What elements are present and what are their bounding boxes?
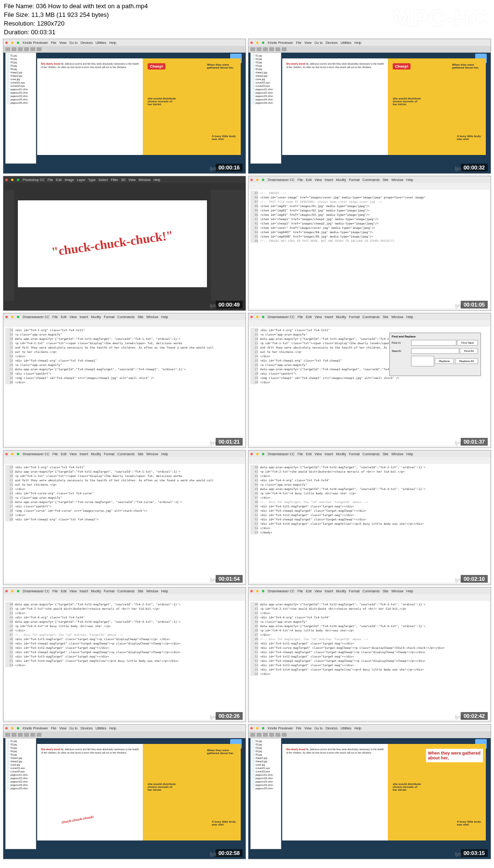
menubar: Kindle PreviewerFileViewGo toDevicesUtil…	[3, 725, 246, 731]
menubar: Dreamweaver CCFileEditViewInsertModifyFo…	[3, 588, 246, 594]
thumb-6-dreamweaver: Dreamweaver CCFileEditViewInsertModifyFo…	[248, 313, 491, 448]
menubar: Kindle PreviewerFileViewGo toDevicesUtil…	[248, 39, 491, 46]
thumb-10-dreamweaver: Dreamweaver CCFileEditViewInsertModifyFo…	[248, 587, 491, 722]
menubar: Dreamweaver CCFileEditViewInsertModifyFo…	[248, 588, 491, 594]
toolbar	[248, 731, 491, 738]
code-editor: 40data-app-aran-magnify='{"targetId":"fs…	[249, 601, 490, 720]
code-editor: 85<!-- IMAGES -->86<item id="cover-image…	[249, 190, 490, 308]
thumb-12: Kindle PreviewerFileViewGo toDevicesUtil…	[248, 724, 491, 859]
thumb-2: Kindle PreviewerFileViewGo toDevicesUtil…	[248, 39, 491, 174]
file-sidebar: 📄 01.jpg📄 02.jpg📄 03.jpg📄 04.jpg📄 05.jpg…	[5, 53, 36, 164]
menubar: Dreamweaver CCFileEditViewInsertModifyFo…	[3, 313, 246, 320]
book-preview: She dearly loved fat, delicious worms an…	[37, 58, 241, 155]
timestamp: 00:02:26	[216, 712, 243, 720]
menubar: Kindle PreviewerFileViewGo toDevicesUtil…	[3, 39, 246, 46]
timestamp: 00:02:10	[461, 575, 488, 583]
code-editor: 40data-app-aran-magnify='{"targetId":"fs…	[4, 601, 245, 720]
timestamp: 00:03:15	[461, 849, 488, 857]
thumb-1: Kindle PreviewerFileViewGo toDevicesUtil…	[3, 39, 246, 174]
menubar: Dreamweaver CCFileEditViewInsertModifyFo…	[248, 176, 491, 183]
ps-canvas: "chuck-chuck-chuck!"	[18, 200, 207, 287]
code-editor: 40data-app-aran-magnify='{"targetId":"fs…	[249, 464, 490, 583]
thumb-3-photoshop: Photoshop CCFileEditImageLayerTypeSelect…	[3, 176, 246, 311]
timestamp: 00:00:16	[216, 164, 243, 171]
code-editor: 18<div id="fs4-1-org" class="txt fs4-txt…	[4, 327, 245, 446]
menubar: Photoshop CCFileEditImageLayerTypeSelect…	[3, 176, 246, 183]
menubar: Dreamweaver CCFileEditViewInsertModifyFo…	[248, 313, 491, 320]
menubar: Dreamweaver CCFileEditViewInsertModifyFo…	[3, 450, 246, 457]
toolbar	[3, 731, 246, 738]
book-preview: She dearly loved fat, delicious worms an…	[282, 58, 486, 155]
toolbar	[3, 46, 246, 53]
timestamp: 00:00:49	[216, 301, 243, 308]
thumb-5-dreamweaver: Dreamweaver CCFileEditViewInsertModifyFo…	[3, 313, 246, 448]
file-sidebar: 📄 01.jpg📄 02.jpg📄 03.jpg📄 04.jpg📄 05.jpg…	[250, 53, 281, 164]
file-sidebar: 📄 01.jpg📄 02.jpg📄 03.jpg📄 04.jpg📄 05.jpg…	[5, 738, 36, 849]
menubar: Dreamweaver CCFileEditViewInsertModifyFo…	[248, 450, 491, 457]
file-sidebar: 📄 01.jpg📄 02.jpg📄 03.jpg📄 04.jpg📄 05.jpg…	[250, 738, 281, 849]
timestamp: 00:00:32	[461, 164, 488, 171]
ps-tools-panel	[4, 190, 14, 301]
timestamp: 00:02:58	[216, 849, 243, 857]
thumb-4-dreamweaver: Dreamweaver CCFileEditViewInsertModifyFo…	[248, 176, 491, 311]
find-replace-dialog[interactable]: Find and Replace Find in:Find Next Searc…	[389, 333, 481, 376]
thumb-9-dreamweaver: Dreamweaver CCFileEditViewInsertModifyFo…	[3, 587, 246, 722]
timestamp: 00:02:42	[461, 712, 488, 720]
timestamp: 00:01:21	[216, 438, 243, 446]
chuck-text: "chuck-chuck-chuck!"	[51, 228, 174, 259]
thumbnail-grid: Kindle PreviewerFileViewGo toDevicesUtil…	[3, 39, 491, 859]
book-preview: She dearly loved fat, delicious worms an…	[37, 744, 241, 840]
thumb-11: Kindle PreviewerFileViewGo toDevicesUtil…	[3, 724, 246, 859]
code-editor: 18<div id="fs4-1-org" class="txt fs4-txt…	[4, 464, 245, 583]
timestamp: 00:01:05	[461, 301, 488, 308]
toolbar	[248, 46, 491, 53]
menubar: Kindle PreviewerFileViewGo toDevicesUtil…	[248, 725, 491, 731]
book-preview: She dearly loved fat, delicious worms an…	[282, 744, 486, 840]
timestamp: 00:01:54	[216, 575, 243, 583]
mpc-watermark: MPC-HC	[393, 5, 488, 31]
thumb-8-dreamweaver: Dreamweaver CCFileEditViewInsertModifyFo…	[248, 450, 491, 585]
ps-right-panels	[211, 190, 245, 301]
timestamp: 00:01:37	[461, 438, 488, 446]
thumb-7-dreamweaver: Dreamweaver CCFileEditViewInsertModifyFo…	[3, 450, 246, 585]
